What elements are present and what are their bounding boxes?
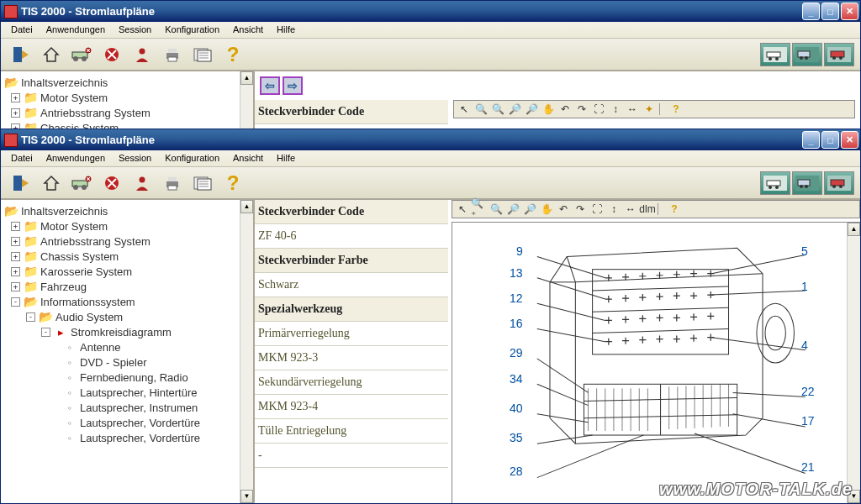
news-icon[interactable] [190,42,215,67]
minimize-button[interactable]: _ [802,3,820,20]
menu-anwendungen[interactable]: Anwendungen [40,22,112,38]
tree-leaf[interactable]: ◦Lautsprecher, Vordertüre [4,415,251,430]
fit-h-icon[interactable]: ↔ [622,202,639,217]
tree-leaf[interactable]: ◦DVD - Spieler [4,354,251,370]
fit-v-icon[interactable]: ↕ [605,202,622,217]
print-icon[interactable] [160,171,185,196]
thumb3-button[interactable] [824,43,854,66]
tree-leaf[interactable]: ◦Fernbedienung, Radio [4,370,251,385]
zoom-icon[interactable]: 🔎 [504,202,521,217]
maximize-button[interactable]: □ [821,131,839,149]
tree-item[interactable]: +📁Fahrzeug [4,279,251,294]
home-icon[interactable] [39,171,64,196]
menu-datei[interactable]: Datei [4,150,40,166]
rotate-icon[interactable]: ↶ [555,202,572,217]
vehicle-icon[interactable] [69,42,94,67]
tree-item[interactable]: +📁Antriebsstrang System [4,105,251,120]
cancel-icon[interactable] [99,171,124,196]
nav-forward-button[interactable]: ⇨ [283,76,303,95]
expander-icon[interactable]: + [11,237,20,246]
person-icon[interactable] [129,171,155,196]
rotate-icon[interactable]: ↶ [557,102,573,117]
expander-icon[interactable]: + [11,252,20,261]
maximize-button[interactable]: □ [821,3,839,20]
cancel-icon[interactable] [99,42,124,67]
zoom-icon[interactable]: 🔎 [506,102,523,117]
tree-item[interactable]: +📁Motor System [4,90,251,105]
expander-icon[interactable]: + [11,282,20,291]
news-icon[interactable] [190,171,215,196]
expander-icon[interactable]: - [26,312,35,322]
help-icon[interactable]: ? [220,171,246,196]
tree-root[interactable]: 📂Inhaltsverzeichnis [4,75,251,90]
tree-item[interactable]: +📁Motor System [4,218,251,234]
exit-icon[interactable] [8,171,34,196]
zoom-icon[interactable]: 🔎 [521,202,538,217]
tree-leaf[interactable]: ◦Lautsprecher, Vordertüre [4,430,251,445]
menu-konfiguration[interactable]: Konfiguration [158,22,226,38]
menu-hilfe[interactable]: Hilfe [270,22,302,38]
menu-ansicht[interactable]: Ansicht [226,150,270,166]
menu-session[interactable]: Session [112,22,158,38]
tree-leaf[interactable]: ◦Lautsprecher, Instrumen [4,400,251,415]
pan-icon[interactable]: ✋ [540,102,557,117]
fit-h-icon[interactable]: ↔ [624,102,641,117]
help-icon[interactable]: ? [666,202,683,217]
exit-icon[interactable] [8,42,34,67]
pointer-icon[interactable]: ↖ [454,202,471,217]
zoom-out-icon[interactable]: 🔍 [488,202,504,217]
scrollbar[interactable]: ▲▼ [847,223,860,503]
thumb2-button[interactable] [792,171,822,195]
scrollbar[interactable]: ▲▼ [240,200,253,503]
tree-item[interactable]: -📂Informationssystem [4,294,251,309]
tree-item[interactable]: -▸Stromkreisdiagramm [4,324,251,339]
fit-icon[interactable]: ⛶ [589,202,605,217]
menu-datei[interactable]: Datei [4,22,40,38]
tree-root[interactable]: 📂Inhaltsverzeichnis [4,203,251,218]
expander-icon[interactable]: + [11,222,20,231]
menu-anwendungen[interactable]: Anwendungen [40,150,112,166]
tree-item[interactable]: +📁Chassis System [4,249,251,264]
minimize-button[interactable]: _ [802,131,820,149]
measure-icon[interactable]: dlm [639,202,656,217]
help-icon[interactable]: ? [220,42,246,67]
pan-icon[interactable]: ✋ [538,202,555,217]
zoom-icon[interactable]: 🔎 [523,102,540,117]
thumb1-button[interactable] [760,43,790,66]
rotate-icon[interactable]: ↷ [573,102,590,117]
close-button[interactable]: ✕ [841,3,858,20]
menu-session[interactable]: Session [112,150,158,166]
zoom-out-icon[interactable]: 🔍 [489,102,506,117]
help-icon[interactable]: ? [668,102,684,117]
menu-hilfe[interactable]: Hilfe [270,150,302,166]
zoom-in-icon[interactable]: 🔍 [473,102,489,117]
sidebar-tree[interactable]: 📂Inhaltsverzeichnis +📁Motor System +📁Ant… [1,199,255,503]
measure-icon[interactable]: ✦ [641,102,658,117]
connector-diagram[interactable]: 9 13 12 16 29 34 40 35 28 5 1 4 22 17 21 [452,222,860,503]
zoom-in-icon[interactable]: 🔍⁺ [471,202,488,217]
close-button[interactable]: ✕ [841,131,858,149]
thumb3-button[interactable] [824,171,854,195]
expander-icon[interactable]: + [11,108,20,118]
thumb1-button[interactable] [760,171,790,195]
menu-konfiguration[interactable]: Konfiguration [158,150,226,166]
print-icon[interactable] [160,42,185,67]
tree-item[interactable]: +📁Karosserie System [4,264,251,279]
person-icon[interactable] [129,42,155,67]
tree-leaf[interactable]: ◦Lautsprecher, Hintertüre [4,385,251,400]
nav-back-button[interactable]: ⇦ [260,76,280,95]
fit-icon[interactable]: ⛶ [590,102,607,117]
rotate-icon[interactable]: ↷ [572,202,589,217]
expander-icon[interactable]: + [11,93,20,102]
expander-icon[interactable]: - [41,328,50,337]
tree-leaf[interactable]: ◦Antenne [4,339,251,354]
tree-item[interactable]: +📁Antriebsstrang System [4,234,251,249]
vehicle-icon[interactable] [69,171,94,196]
menu-ansicht[interactable]: Ansicht [226,22,270,38]
home-icon[interactable] [39,42,64,67]
fit-v-icon[interactable]: ↕ [607,102,624,117]
expander-icon[interactable]: - [11,297,20,307]
thumb2-button[interactable] [792,43,822,66]
expander-icon[interactable]: + [11,267,20,276]
pointer-icon[interactable]: ↖ [456,102,473,117]
